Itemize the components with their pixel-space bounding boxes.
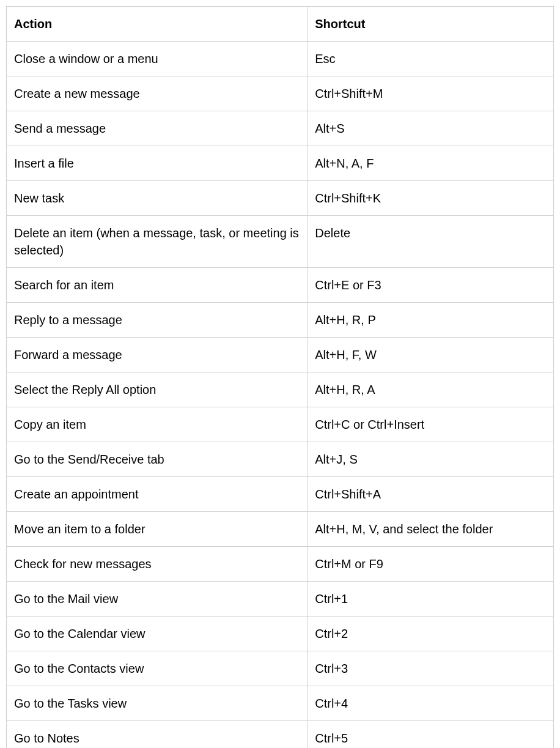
table-row: Select the Reply All option Alt+H, R, A <box>7 372 554 407</box>
cell-shortcut: Delete <box>308 216 554 268</box>
table-header-row: Action Shortcut <box>7 7 554 42</box>
cell-shortcut: Ctrl+Shift+A <box>308 477 554 512</box>
table-row: Copy an item Ctrl+C or Ctrl+Insert <box>7 407 554 442</box>
cell-shortcut: Ctrl+3 <box>308 651 554 686</box>
table-row: Search for an item Ctrl+E or F3 <box>7 268 554 303</box>
cell-shortcut: Ctrl+2 <box>308 617 554 651</box>
cell-shortcut: Alt+J, S <box>308 442 554 477</box>
table-row: Forward a message Alt+H, F, W <box>7 338 554 372</box>
table-row: Send a message Alt+S <box>7 111 554 146</box>
table-row: Check for new messages Ctrl+M or F9 <box>7 547 554 582</box>
cell-shortcut: Ctrl+4 <box>308 686 554 721</box>
table-row: Go to the Mail view Ctrl+1 <box>7 582 554 617</box>
cell-action: Go to Notes <box>7 721 308 749</box>
cell-shortcut: Esc <box>308 42 554 76</box>
cell-action: Check for new messages <box>7 547 308 582</box>
cell-shortcut: Ctrl+E or F3 <box>308 268 554 303</box>
cell-shortcut: Ctrl+Shift+M <box>308 76 554 111</box>
cell-action: Forward a message <box>7 338 308 372</box>
table-row: Create an appointment Ctrl+Shift+A <box>7 477 554 512</box>
cell-shortcut: Ctrl+C or Ctrl+Insert <box>308 407 554 442</box>
table-row: Insert a file Alt+N, A, F <box>7 146 554 181</box>
cell-shortcut: Alt+N, A, F <box>308 146 554 181</box>
cell-shortcut: Ctrl+1 <box>308 582 554 617</box>
table-row: Move an item to a folder Alt+H, M, V, an… <box>7 512 554 547</box>
table-row: New task Ctrl+Shift+K <box>7 181 554 216</box>
header-action: Action <box>7 7 308 42</box>
cell-action: Move an item to a folder <box>7 512 308 547</box>
table-row: Go to the Calendar view Ctrl+2 <box>7 617 554 651</box>
cell-action: Close a window or a menu <box>7 42 308 76</box>
cell-action: Select the Reply All option <box>7 372 308 407</box>
cell-action: Insert a file <box>7 146 308 181</box>
cell-action: New task <box>7 181 308 216</box>
cell-action: Go to the Contacts view <box>7 651 308 686</box>
table-row: Go to Notes Ctrl+5 <box>7 721 554 749</box>
cell-action: Send a message <box>7 111 308 146</box>
cell-action: Create a new message <box>7 76 308 111</box>
cell-action: Go to the Mail view <box>7 582 308 617</box>
table-row: Go to the Send/Receive tab Alt+J, S <box>7 442 554 477</box>
cell-action: Create an appointment <box>7 477 308 512</box>
cell-shortcut: Alt+S <box>308 111 554 146</box>
cell-shortcut: Alt+H, R, P <box>308 303 554 338</box>
cell-action: Copy an item <box>7 407 308 442</box>
shortcuts-table: Action Shortcut Close a window or a menu… <box>6 6 554 748</box>
table-row: Reply to a message Alt+H, R, P <box>7 303 554 338</box>
cell-shortcut: Alt+H, F, W <box>308 338 554 372</box>
cell-shortcut: Ctrl+M or F9 <box>308 547 554 582</box>
table-row: Go to the Tasks view Ctrl+4 <box>7 686 554 721</box>
cell-shortcut: Ctrl+5 <box>308 721 554 749</box>
cell-shortcut: Alt+H, R, A <box>308 372 554 407</box>
cell-shortcut: Ctrl+Shift+K <box>308 181 554 216</box>
cell-action: Go to the Calendar view <box>7 617 308 651</box>
cell-shortcut: Alt+H, M, V, and select the folder <box>308 512 554 547</box>
table-row: Close a window or a menu Esc <box>7 42 554 76</box>
table-row: Create a new message Ctrl+Shift+M <box>7 76 554 111</box>
cell-action: Search for an item <box>7 268 308 303</box>
cell-action: Go to the Tasks view <box>7 686 308 721</box>
header-shortcut: Shortcut <box>308 7 554 42</box>
table-row: Go to the Contacts view Ctrl+3 <box>7 651 554 686</box>
cell-action: Reply to a message <box>7 303 308 338</box>
cell-action: Go to the Send/Receive tab <box>7 442 308 477</box>
cell-action: Delete an item (when a message, task, or… <box>7 216 308 268</box>
table-row: Delete an item (when a message, task, or… <box>7 216 554 268</box>
